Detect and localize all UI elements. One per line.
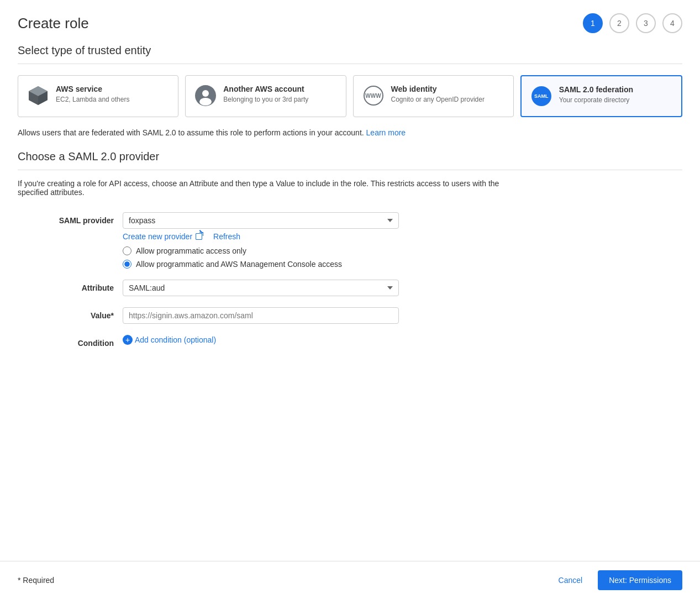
section1-heading: Select type of trusted entity <box>18 44 682 64</box>
programmatic-only-label: Allow programmatic access only <box>136 246 246 255</box>
access-radio-group: Allow programmatic access only Allow pro… <box>123 246 399 269</box>
saml-federation-title: SAML 2.0 federation <box>559 85 633 94</box>
account-icon <box>195 85 216 106</box>
saml-icon-wrapper: SAML <box>530 85 552 107</box>
saml-icon: SAML <box>531 86 551 106</box>
add-condition-link[interactable]: + Add condition (optional) <box>123 335 399 345</box>
radio-programmatic-only[interactable]: Allow programmatic access only <box>123 246 399 255</box>
aws-cube-icon <box>28 85 49 106</box>
footer-buttons: Cancel Next: Permissions <box>550 570 682 590</box>
condition-label: Condition <box>51 335 123 348</box>
condition-row: Condition + Add condition (optional) <box>51 335 682 348</box>
saml-federation-desc: Your corporate directory <box>559 96 633 104</box>
web-identity-icon-wrapper: WWW <box>362 85 385 107</box>
section2-heading: Choose a SAML 2.0 provider <box>18 150 682 170</box>
step-4[interactable]: 4 <box>662 13 682 33</box>
refresh-link[interactable]: Refresh <box>213 232 240 241</box>
attribute-select[interactable]: SAML:aud <box>123 280 399 296</box>
value-label: Value* <box>51 307 123 320</box>
learn-more-link[interactable]: Learn more <box>366 128 406 137</box>
saml-info-text: Allows users that are federated with SAM… <box>18 128 682 137</box>
external-link-icon <box>196 233 202 240</box>
footer: * Required Cancel Next: Permissions <box>0 561 700 599</box>
attribute-label: Attribute <box>51 280 123 292</box>
radio-programmatic-console[interactable]: Allow programmatic and AWS Management Co… <box>123 260 399 269</box>
step-1[interactable]: 1 <box>583 13 603 33</box>
value-row: Value* <box>51 307 682 324</box>
value-control <box>123 307 399 324</box>
create-new-provider-link[interactable]: Create new provider <box>123 232 202 241</box>
account-icon-wrapper <box>194 85 217 107</box>
page-header: Create role 1 2 3 4 <box>18 13 682 33</box>
svg-point-6 <box>199 98 212 106</box>
entity-card-web-identity[interactable]: WWW Web identity Cognito or any OpenID p… <box>353 75 514 117</box>
value-input[interactable] <box>123 307 399 324</box>
saml-provider-control: foxpass Create new provider Refresh Allo… <box>123 212 399 269</box>
provider-links: Create new provider Refresh <box>123 232 399 241</box>
saml-federation-text: SAML 2.0 federation Your corporate direc… <box>559 85 633 104</box>
next-button[interactable]: Next: Permissions <box>598 570 682 590</box>
aws-service-desc: EC2, Lambda and others <box>56 96 129 103</box>
saml-provider-select[interactable]: foxpass <box>123 212 399 229</box>
aws-service-text: AWS service EC2, Lambda and others <box>56 85 129 103</box>
svg-point-5 <box>202 90 209 97</box>
aws-service-title: AWS service <box>56 85 129 93</box>
another-account-title: Another AWS account <box>223 85 308 93</box>
cancel-button[interactable]: Cancel <box>550 571 592 589</box>
another-account-text: Another AWS account Belonging to you or … <box>223 85 308 103</box>
aws-service-icon-wrapper <box>27 85 49 107</box>
step-indicator: 1 2 3 4 <box>583 13 682 33</box>
entity-card-another-account[interactable]: Another AWS account Belonging to you or … <box>185 75 346 117</box>
section2-description: If you're creating a role for API access… <box>18 179 515 197</box>
entity-cards: AWS service EC2, Lambda and others Anoth… <box>18 75 682 117</box>
entity-card-saml-federation[interactable]: SAML SAML 2.0 federation Your corporate … <box>520 75 682 117</box>
step-3[interactable]: 3 <box>636 13 656 33</box>
condition-control: + Add condition (optional) <box>123 335 399 345</box>
web-identity-desc: Cognito or any OpenID provider <box>391 96 485 103</box>
programmatic-only-radio[interactable] <box>123 246 131 255</box>
web-icon: WWW <box>364 86 383 106</box>
entity-card-aws-service[interactable]: AWS service EC2, Lambda and others <box>18 75 178 117</box>
saml-provider-label: SAML provider <box>51 212 123 225</box>
page-title: Create role <box>18 15 89 32</box>
web-identity-title: Web identity <box>391 85 485 93</box>
step-2[interactable]: 2 <box>609 13 629 33</box>
saml-provider-row: SAML provider foxpass Create new provide… <box>51 212 682 269</box>
another-account-desc: Belonging to you or 3rd party <box>223 96 308 103</box>
attribute-row: Attribute SAML:aud <box>51 280 682 296</box>
add-condition-plus-icon: + <box>123 335 133 345</box>
attribute-control: SAML:aud <box>123 280 399 296</box>
form-container: SAML provider foxpass Create new provide… <box>51 212 682 348</box>
web-identity-text: Web identity Cognito or any OpenID provi… <box>391 85 485 103</box>
programmatic-console-label: Allow programmatic and AWS Management Co… <box>136 260 342 269</box>
required-note: * Required <box>18 576 54 585</box>
programmatic-console-radio[interactable] <box>123 260 131 269</box>
